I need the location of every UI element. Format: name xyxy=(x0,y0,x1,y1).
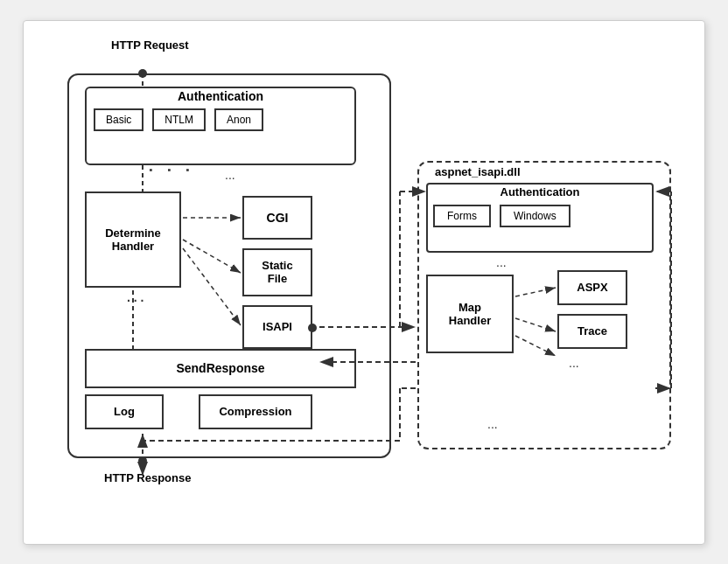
dots-h1: ... xyxy=(225,168,235,182)
static-file-label: StaticFile xyxy=(262,259,292,285)
diagram-container: HTTP Request Authentication Basic NTLM A… xyxy=(23,20,705,545)
send-response-box: SendResponse xyxy=(85,349,356,388)
compression-box: Compression xyxy=(199,394,312,429)
windows-btn: Windows xyxy=(500,205,570,227)
ntlm-btn: NTLM xyxy=(152,108,206,131)
http-response-label: HTTP Response xyxy=(104,471,191,484)
forms-btn: Forms xyxy=(433,205,491,227)
dot-isapi xyxy=(308,324,317,332)
aspnet-auth-label: Authentication xyxy=(426,185,654,198)
isapi-box: ISAPI xyxy=(242,305,312,349)
basic-btn: Basic xyxy=(94,108,144,131)
dots-v1: ··· xyxy=(141,168,196,174)
http-request-label: HTTP Request xyxy=(111,38,189,52)
aspx-box: ASPX xyxy=(557,270,627,305)
determine-handler-box: DetermineHandler xyxy=(85,191,181,288)
cgi-box: CGI xyxy=(242,196,312,240)
map-handler-label: MapHandler xyxy=(449,301,491,327)
dots-aspnet1: ... xyxy=(496,255,507,269)
dots-map1: ... xyxy=(569,356,579,370)
aspnet-auth-btns: Forms Windows xyxy=(433,205,570,227)
log-box: Log xyxy=(85,394,164,429)
dot-bottom xyxy=(138,456,147,465)
static-file-box: StaticFile xyxy=(242,248,312,296)
auth-label: Authentication xyxy=(85,89,356,103)
anon-btn: Anon xyxy=(214,108,263,131)
trace-box: Trace xyxy=(557,314,627,349)
determine-handler-label: DetermineHandler xyxy=(105,226,161,253)
dots-v2: · · · xyxy=(127,294,144,308)
auth-buttons: Basic NTLM Anon xyxy=(94,108,263,131)
dots-aspnet-bottom: ... xyxy=(487,417,498,431)
aspnet-label: aspnet_isapi.dll xyxy=(435,165,521,178)
map-handler-box: MapHandler xyxy=(426,275,514,353)
